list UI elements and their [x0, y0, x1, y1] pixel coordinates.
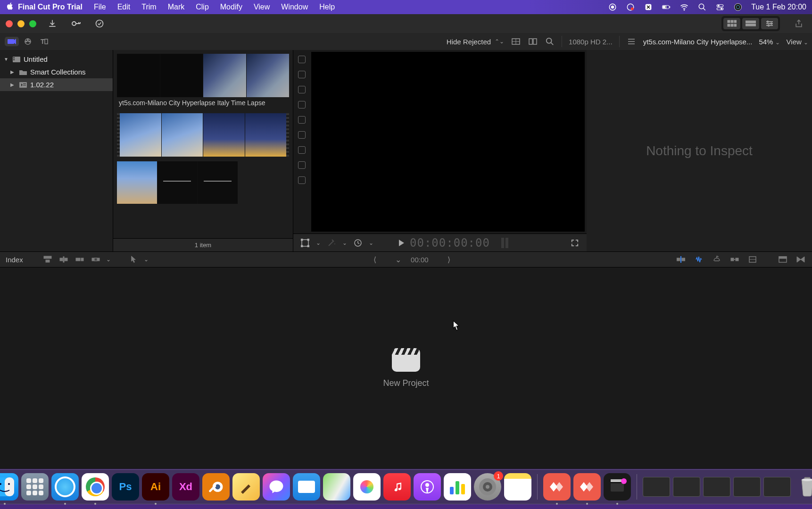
sidebar-item-smart-collections[interactable]: ▶ Smart Collections	[0, 66, 113, 78]
append-clip-icon[interactable]	[74, 255, 85, 264]
apple-menu[interactable]	[6, 2, 14, 12]
menu-clip[interactable]: Clip	[190, 3, 215, 11]
layout-inspector-button[interactable]	[761, 18, 778, 29]
chevron-down-icon[interactable]: ⌄	[342, 240, 347, 246]
retime-tool-icon[interactable]	[353, 238, 363, 248]
play-button[interactable]	[399, 240, 404, 246]
menubar-datetime[interactable]: Tue 1 Feb 20:00	[751, 3, 806, 11]
dock-app-finder[interactable]	[0, 473, 18, 501]
window-minimize-button[interactable]	[17, 20, 25, 27]
dock-app-xd[interactable]: Xd	[172, 473, 199, 501]
viewer-checkbox[interactable]	[298, 131, 306, 139]
layout-browser-button[interactable]	[723, 18, 740, 29]
viewer-checkbox[interactable]	[298, 146, 306, 154]
filmstrip-clip[interactable]	[117, 161, 238, 204]
timeline-prev-icon[interactable]: ⟨	[373, 255, 376, 264]
dock-app-notes[interactable]	[504, 473, 531, 501]
control-center-icon[interactable]	[715, 2, 725, 12]
filmstrip-clip[interactable]	[117, 113, 289, 157]
solo-icon[interactable]	[711, 255, 722, 264]
viewer-checkbox[interactable]	[298, 176, 306, 184]
dock-app-chrome[interactable]	[82, 473, 109, 501]
menu-trim[interactable]: Trim	[136, 3, 162, 11]
chevron-down-icon[interactable]: ⌄	[316, 240, 321, 246]
chevron-down-icon[interactable]: ⌄	[369, 240, 373, 246]
snapping-icon[interactable]	[729, 255, 740, 264]
viewer-checkbox[interactable]	[298, 86, 306, 93]
clip-appearance-icon[interactable]	[511, 37, 521, 46]
insert-clip-icon[interactable]	[58, 255, 69, 264]
wifi-icon[interactable]	[679, 2, 689, 12]
dock-app-music[interactable]	[383, 473, 411, 501]
dock-app-settings[interactable]: 1	[474, 473, 501, 501]
clip-filter-icon[interactable]	[528, 37, 538, 46]
menu-help[interactable]: Help	[314, 3, 340, 11]
timeline-history-down-icon[interactable]: ⌄	[395, 255, 401, 264]
transform-tool-icon[interactable]	[300, 238, 310, 248]
disclosure-triangle-icon[interactable]: ▶	[10, 69, 16, 75]
photos-sidebar-icon[interactable]	[20, 35, 36, 48]
clip-appearance-icon[interactable]	[747, 255, 758, 264]
dock-minimized-window[interactable]	[673, 477, 700, 497]
background-tasks-icon[interactable]	[92, 18, 107, 29]
sidebar-item-event[interactable]: ▶ 1.02.22	[0, 78, 113, 91]
hide-rejected-dropdown[interactable]: Hide Rejected⌃⌄	[447, 38, 504, 46]
dock-app-photoshop[interactable]: Ps	[112, 473, 139, 501]
menu-edit[interactable]: Edit	[112, 3, 136, 11]
dock-app-anydesk-2[interactable]	[573, 473, 601, 501]
overwrite-clip-icon[interactable]	[90, 255, 101, 264]
app-name[interactable]: Final Cut Pro Trial	[14, 3, 88, 11]
viewer-checkbox[interactable]	[298, 71, 306, 78]
disclosure-triangle-icon[interactable]: ▼	[4, 57, 9, 62]
screen-record-icon[interactable]	[608, 2, 617, 12]
connect-clip-icon[interactable]	[42, 255, 53, 264]
dock-app-maps[interactable]	[323, 473, 350, 501]
dock-trash[interactable]	[794, 473, 812, 501]
dock-app-safari[interactable]	[51, 473, 79, 501]
timeline-index-button[interactable]: Index	[6, 256, 23, 264]
chevron-down-icon[interactable]: ⌄	[144, 256, 149, 263]
dock-minimized-window[interactable]	[643, 477, 670, 497]
dock-app-podcasts[interactable]	[414, 473, 441, 501]
viewer-list-icon[interactable]	[626, 37, 637, 46]
disclosure-triangle-icon[interactable]: ▶	[10, 82, 16, 87]
chevron-down-icon[interactable]: ⌄	[106, 256, 111, 263]
siri-icon[interactable]	[733, 2, 743, 12]
window-fullscreen-button[interactable]	[29, 20, 36, 27]
dock-app-photos[interactable]	[353, 473, 381, 501]
viewer-checkbox[interactable]	[298, 116, 306, 124]
viewer-timecode[interactable]: 00:00:00:00	[410, 236, 490, 250]
window-close-button[interactable]	[6, 20, 13, 27]
dock-app-finalcutpro[interactable]	[604, 473, 631, 501]
viewer-checkbox[interactable]	[298, 101, 306, 108]
titles-sidebar-icon[interactable]: T	[36, 35, 52, 48]
timeline-area[interactable]: New Project	[0, 267, 812, 469]
dock-app-numbers[interactable]	[444, 473, 471, 501]
viewer-canvas-black[interactable]	[311, 52, 585, 232]
dock-minimized-window[interactable]	[703, 477, 730, 497]
library-header[interactable]: ▼ Untitled	[0, 53, 113, 66]
layout-timeline-button[interactable]	[742, 18, 759, 29]
menu-modify[interactable]: Modify	[215, 3, 248, 11]
browser-search-icon[interactable]	[545, 37, 555, 46]
viewer-view-dropdown[interactable]: View ⌄	[787, 38, 808, 46]
dock-minimized-window[interactable]	[763, 477, 791, 497]
dock-minimized-window[interactable]	[733, 477, 761, 497]
transitions-browser-icon[interactable]	[795, 255, 806, 264]
import-icon[interactable]	[45, 18, 60, 29]
dock-app-anydesk[interactable]	[543, 473, 571, 501]
skimming-icon[interactable]	[675, 255, 687, 264]
viewer-checkbox[interactable]	[298, 161, 306, 169]
select-tool-icon[interactable]	[128, 255, 139, 264]
format-label[interactable]: 1080p HD 2...	[569, 38, 613, 46]
dock-app-blender[interactable]	[202, 473, 230, 501]
dock-app-launchpad[interactable]	[21, 473, 49, 501]
fullscreen-icon[interactable]	[570, 238, 580, 248]
library-sidebar-icon[interactable]	[4, 35, 20, 48]
battery-icon[interactable]	[662, 2, 671, 12]
audio-meters[interactable]	[501, 238, 508, 248]
status-icon-1[interactable]	[626, 2, 635, 12]
dock-app-illustrator[interactable]: Ai	[142, 473, 169, 501]
new-project-button[interactable]: New Project	[383, 348, 429, 388]
menu-mark[interactable]: Mark	[162, 3, 191, 11]
